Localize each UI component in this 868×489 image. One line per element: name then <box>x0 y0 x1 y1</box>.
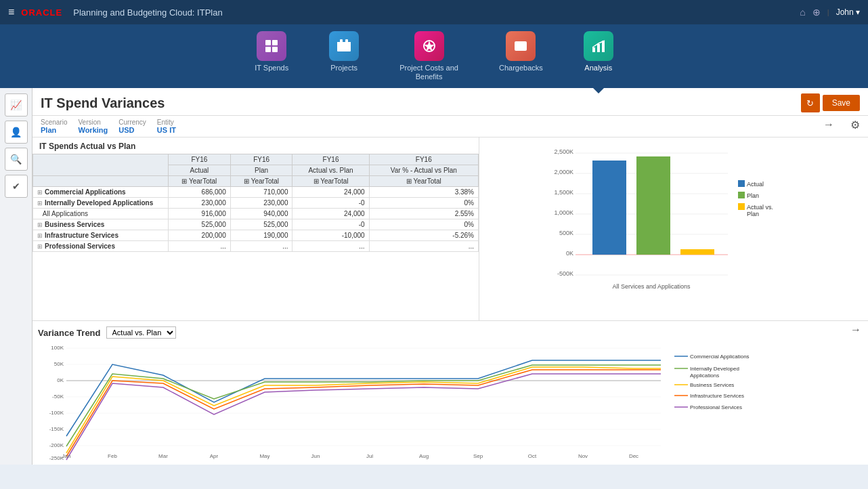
settings-icon[interactable]: ⚙ <box>850 119 860 134</box>
sidebar-btn-chart[interactable]: 📈 <box>5 93 28 116</box>
col-type-1: Actual <box>169 165 231 176</box>
col-type-2: Plan <box>230 165 292 176</box>
user-menu[interactable]: John ▾ <box>836 7 860 17</box>
cell-value: ... <box>169 241 231 252</box>
table-row: ⊞Internally Developed Applications230,00… <box>33 198 479 209</box>
currency-value[interactable]: USD <box>118 126 146 134</box>
col-fy-3: FY16 <box>292 154 369 165</box>
svg-rect-33 <box>738 203 745 210</box>
version-meta: Version Working <box>78 119 108 134</box>
svg-rect-0 <box>265 40 271 45</box>
table-row: ⊞Business Services525,000525,000-00% <box>33 219 479 230</box>
col-fy-4: FY16 <box>369 154 478 165</box>
trend-header: Variance Trend Actual vs. Plan Actual Pl… <box>38 326 863 339</box>
content-area: IT Spend Variances ↻ Save Scenario Plan … <box>32 88 868 465</box>
trend-title: Variance Trend <box>38 328 101 338</box>
chargebacks-icon <box>506 31 536 61</box>
svg-text:Professional Services: Professional Services <box>690 404 742 410</box>
svg-rect-3 <box>272 47 278 52</box>
main-area: 📈 👤 🔍 ✔ IT Spend Variances ↻ Save Scenar… <box>0 88 868 465</box>
svg-rect-13 <box>597 44 600 52</box>
svg-text:Jan: Jan <box>62 453 71 459</box>
menu-icon[interactable]: ≡ <box>8 6 14 18</box>
meta-row: Scenario Plan Version Working Currency U… <box>32 116 868 137</box>
project-costs-label: Project Costs and Benefits <box>399 64 458 81</box>
cell-value: ... <box>369 241 478 252</box>
refresh-button[interactable]: ↻ <box>801 93 820 112</box>
entity-meta: Entity US IT <box>157 119 176 134</box>
svg-text:0K: 0K <box>566 250 573 257</box>
svg-text:Aug: Aug <box>419 453 429 459</box>
cell-value: ... <box>292 241 369 252</box>
trend-nav-arrow[interactable]: → <box>850 324 861 336</box>
svg-text:2,000K: 2,000K <box>554 169 573 175</box>
bar-actual <box>592 161 626 255</box>
sidebar-btn-user[interactable]: 👤 <box>5 121 28 144</box>
cell-value: 230,000 <box>230 198 292 209</box>
table-row: ⊞Infrastructure Services200,000190,000-1… <box>33 230 479 241</box>
inner-content: IT Spends Actual vs Plan FY16 FY16 FY16 … <box>32 137 868 320</box>
nav-forward-btn[interactable]: → <box>823 119 834 134</box>
version-value[interactable]: Working <box>78 126 108 134</box>
version-label: Version <box>78 119 108 126</box>
col-fy-1: FY16 <box>169 154 231 165</box>
nav-item-chargebacks[interactable]: Chargebacks <box>479 24 563 88</box>
line-commercial <box>66 360 661 436</box>
row-label: ⊞Infrastructure Services <box>33 230 169 241</box>
svg-text:Actual: Actual <box>747 181 764 188</box>
cell-value: 190,000 <box>230 230 292 241</box>
sidebar-btn-check[interactable]: ✔ <box>5 175 28 198</box>
currency-label: Currency <box>118 119 146 126</box>
svg-text:Jun: Jun <box>311 453 320 459</box>
nav-item-projects[interactable]: Projects <box>309 24 379 88</box>
scenario-value[interactable]: Plan <box>41 126 67 134</box>
svg-text:2,500K: 2,500K <box>554 148 573 155</box>
scenario-label: Scenario <box>41 119 67 126</box>
nav-item-project-costs[interactable]: Project Costs and Benefits <box>379 24 479 88</box>
svg-rect-29 <box>738 180 745 187</box>
svg-rect-14 <box>602 41 605 52</box>
svg-text:Apr: Apr <box>210 453 219 459</box>
app-title: Planning and Budgeting Cloud: ITPlan <box>73 7 793 18</box>
svg-text:-500K: -500K <box>557 270 573 277</box>
nav-item-analysis[interactable]: Analysis <box>563 24 634 88</box>
cell-value: -0 <box>292 219 369 230</box>
analysis-label: Analysis <box>584 64 612 72</box>
entity-value[interactable]: US IT <box>157 126 176 134</box>
svg-text:Infrastructure Services: Infrastructure Services <box>690 393 744 399</box>
row-label: All Applications <box>33 209 169 219</box>
bar-chart-svg: 2,500K 2,000K 1,500K 1,000K 500K 0K -500… <box>485 143 863 292</box>
col-type-4: Var % - Actual vs Plan <box>369 165 478 176</box>
chargebacks-label: Chargebacks <box>499 64 543 72</box>
svg-text:Jul: Jul <box>366 453 373 459</box>
trend-select[interactable]: Actual vs. Plan Actual Plan <box>106 326 176 339</box>
save-button[interactable]: Save <box>823 95 860 111</box>
svg-text:1,500K: 1,500K <box>554 189 573 196</box>
line-chart-svg: 100K 50K 0K -50K -100K -150K -200K -250K <box>38 341 783 463</box>
sidebar-btn-search[interactable]: 🔍 <box>5 148 28 171</box>
table-title: IT Spends Actual vs Plan <box>32 137 479 154</box>
col-type-3: Actual vs. Plan <box>292 165 369 176</box>
svg-rect-7 <box>345 39 348 43</box>
svg-text:-150K: -150K <box>49 426 64 432</box>
row-label: ⊞Internally Developed Applications <box>33 198 169 209</box>
cell-value: 710,000 <box>230 187 292 198</box>
bar-vs-plan <box>680 249 714 255</box>
globe-icon[interactable]: ⊕ <box>812 7 821 18</box>
analysis-icon <box>584 31 613 61</box>
home-icon[interactable]: ⌂ <box>800 7 805 18</box>
svg-rect-31 <box>738 192 745 198</box>
row-label: ⊞Business Services <box>33 219 169 230</box>
svg-text:Dec: Dec <box>629 453 638 459</box>
col-sub-0 <box>33 176 169 187</box>
row-header-col <box>33 154 169 176</box>
svg-text:-50K: -50K <box>52 394 64 400</box>
svg-text:500K: 500K <box>559 230 573 236</box>
cell-value: 3.38% <box>369 187 478 198</box>
cell-value: -10,000 <box>292 230 369 241</box>
nav-item-it-spends[interactable]: IT Spends <box>234 24 309 88</box>
svg-text:Business Services: Business Services <box>690 382 734 388</box>
entity-label: Entity <box>157 119 176 126</box>
cell-value: 525,000 <box>230 219 292 230</box>
svg-text:Internally Developed: Internally Developed <box>690 366 739 372</box>
